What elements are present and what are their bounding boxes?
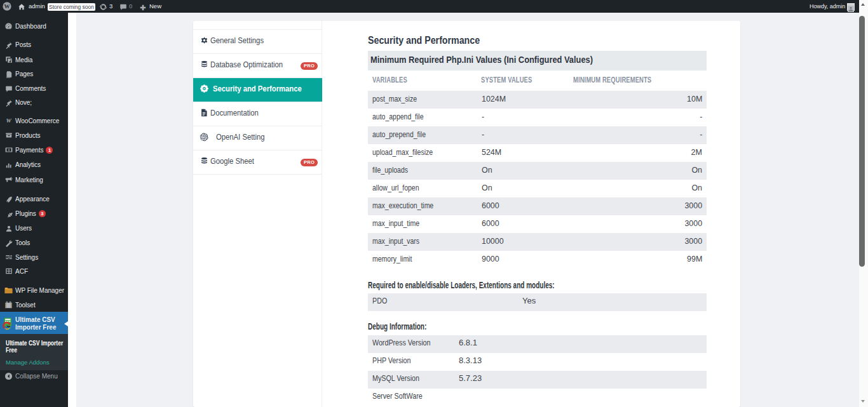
svg-text:W: W	[4, 3, 10, 10]
svg-text:W: W	[6, 117, 11, 124]
